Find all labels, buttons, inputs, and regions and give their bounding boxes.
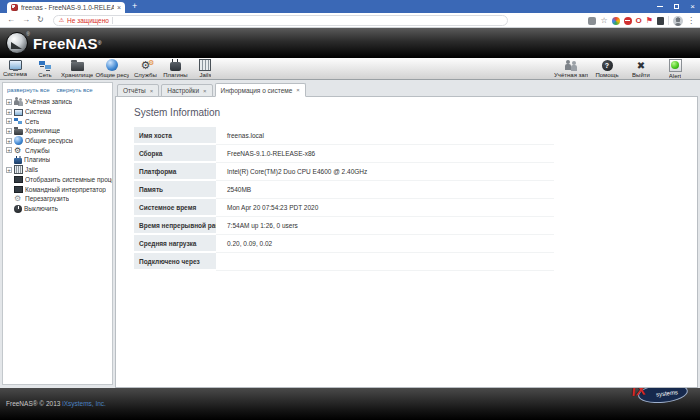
security-label[interactable]: Не защищено (67, 17, 109, 24)
sidebar-item-services[interactable]: + ⚙ Службы (6, 145, 112, 155)
sidebar-label: Службы (25, 147, 50, 154)
sidebar-label: Перезагрузить (25, 195, 69, 202)
row-value: FreeNAS-9.1.0-RELEASE-x86 (216, 144, 554, 162)
table-row: Имя хоста freenas.local (134, 127, 554, 144)
table-row: Платформа Intel(R) Core(TM)2 Duo CPU E46… (134, 162, 554, 180)
window-close-icon[interactable]: × (690, 3, 695, 11)
address-bar[interactable]: ⚠ Не защищено (53, 15, 508, 26)
freenas-header: ® FreeNAS ® (0, 28, 700, 58)
expander-icon[interactable]: + (6, 147, 12, 153)
sidebar-item-reboot[interactable]: ⚙ Перезагрузить (6, 194, 112, 204)
translate-icon[interactable] (588, 17, 596, 25)
row-value: 7:54AM up 1:26, 0 users (216, 216, 554, 234)
sidebar-item-system[interactable]: + Система (6, 107, 112, 117)
reload-icon[interactable]: ↻ (37, 16, 44, 24)
extension-book-icon[interactable] (657, 17, 664, 25)
expander-icon[interactable]: + (6, 99, 12, 105)
tab-reports[interactable]: Отчёты × (117, 84, 159, 97)
account-icon (565, 60, 578, 71)
tab-label: Информация о системе (221, 87, 293, 94)
tab-close-icon[interactable]: × (117, 4, 121, 11)
tab-close-icon[interactable]: × (296, 87, 300, 93)
forward-icon[interactable]: → (22, 16, 30, 24)
toolbar-item-system[interactable]: Система (1, 58, 29, 80)
toolbar-item-alert[interactable]: Alert (660, 58, 690, 80)
expander-icon[interactable]: + (6, 167, 12, 173)
expander-icon[interactable]: + (6, 118, 12, 124)
sidebar-label: Система (25, 108, 51, 115)
flag-icon[interactable]: ⚑ (646, 17, 653, 25)
logout-icon: ✖ (637, 60, 645, 71)
expander-icon[interactable]: + (6, 138, 12, 144)
toolbar-item-account[interactable]: Учётная запись (554, 58, 588, 80)
toolbar-item-network[interactable]: Сеть (31, 58, 59, 80)
toolbar-right-group: Учётная запись ? Помощь ✖ Выйти Alert (552, 58, 692, 80)
freenas-toolbar: Система Сеть Хранилище Общие ресурсы ⚙⚙ … (0, 58, 700, 80)
sidebar-item-shares[interactable]: + Общие ресурсы (6, 136, 112, 146)
freenas-logo: ® (6, 32, 28, 54)
sidebar-links: развернуть все свернуть все (3, 83, 112, 96)
toolbar-item-storage[interactable]: Хранилище (61, 58, 93, 80)
sidebar-label: Jails (25, 166, 38, 173)
sidebar-item-processes[interactable]: Отобразить системные процессы (6, 175, 112, 185)
jails-icon (14, 165, 23, 174)
tab-close-icon[interactable]: × (150, 88, 154, 94)
tab-settings[interactable]: Настройки × (161, 84, 212, 97)
row-value: Mon Apr 20 07:54:23 PDT 2020 (216, 198, 554, 216)
bookmark-star-icon[interactable]: ☆ (600, 17, 607, 25)
sidebar-item-jails[interactable]: + Jails (6, 165, 112, 175)
toolbar-item-logout[interactable]: ✖ Выйти (626, 58, 656, 80)
extension-o-icon[interactable]: O (636, 17, 642, 25)
expander-icon[interactable]: + (6, 128, 12, 134)
back-icon[interactable]: ← (7, 16, 15, 24)
sidebar-item-shutdown[interactable]: Выключить (6, 204, 112, 214)
row-label: Средняя нагрузка (134, 234, 216, 252)
toolbar-label: Alert (669, 73, 681, 79)
account-icon (14, 97, 23, 106)
freenas-favicon (11, 4, 18, 11)
collapse-all-link[interactable]: свернуть все (56, 87, 92, 93)
toolbar-label: Службы (134, 72, 157, 78)
new-tab-button[interactable]: + (132, 1, 137, 12)
tab-system-information[interactable]: Информация о системе × (215, 83, 306, 97)
toolbar-label: Jails (199, 72, 211, 78)
sidebar-tree: + Учётная запись + Система + Сеть + Хран… (3, 96, 112, 213)
content-panel: System Information Имя хоста freenas.loc… (115, 96, 698, 388)
browser-tab[interactable]: freenas - FreeNAS-9.1.0-RELEAS × (7, 2, 125, 13)
sidebar-item-shell[interactable]: Командный интерпретатор (6, 184, 112, 194)
freenas-footer: FreeNAS® © 2013 iXsystems, Inc. systems … (0, 388, 700, 420)
browser-extensions-area: ☆ O ⚑ ⋮ (588, 13, 695, 28)
expander-icon[interactable]: + (6, 109, 12, 115)
sidebar-item-storage[interactable]: + Хранилище (6, 126, 112, 136)
row-value: Intel(R) Core(TM)2 Duo CPU E4600 @ 2.40G… (216, 162, 554, 180)
toolbar-item-services[interactable]: ⚙⚙ Службы (131, 58, 159, 80)
toolbar-item-help[interactable]: ? Помощь (592, 58, 622, 80)
expand-all-link[interactable]: развернуть все (7, 87, 49, 93)
toolbar-item-shares[interactable]: Общие ресурсы (95, 58, 129, 80)
toolbar-item-jails[interactable]: Jails (191, 58, 219, 80)
toolbar-label: Выйти (632, 72, 650, 78)
sidebar-label: Хранилище (25, 127, 60, 134)
extension-pinwheel-icon[interactable] (612, 17, 620, 25)
reboot-icon: ⚙ (14, 194, 23, 203)
plugins-icon (170, 62, 181, 71)
sidebar-item-account[interactable]: + Учётная запись (6, 97, 112, 107)
ixsystems-link[interactable]: iXsystems, Inc. (62, 400, 106, 407)
tab-close-icon[interactable]: × (203, 88, 207, 94)
browser-menu-icon[interactable]: ⋮ (687, 17, 695, 25)
profile-avatar[interactable] (673, 16, 683, 26)
sidebar-item-network[interactable]: + Сеть (6, 116, 112, 126)
adblock-icon[interactable] (624, 17, 632, 25)
shares-globe-icon (106, 59, 118, 71)
row-value: 0.20, 0.09, 0.02 (216, 234, 554, 252)
storage-icon (71, 62, 84, 71)
copyright-text: FreeNAS® © 2013 (6, 400, 60, 407)
maximize-icon[interactable] (674, 4, 679, 9)
table-row: Системное время Mon Apr 20 07:54:23 PDT … (134, 198, 554, 216)
shares-globe-icon (14, 136, 23, 145)
minimize-icon[interactable] (657, 6, 663, 7)
sidebar-label: Выключить (24, 205, 58, 212)
toolbar-item-plugins[interactable]: Плагины (161, 58, 189, 80)
footer-copyright: FreeNAS® © 2013 iXsystems, Inc. (6, 400, 106, 407)
sidebar-item-plugins[interactable]: Плагины (6, 155, 112, 165)
